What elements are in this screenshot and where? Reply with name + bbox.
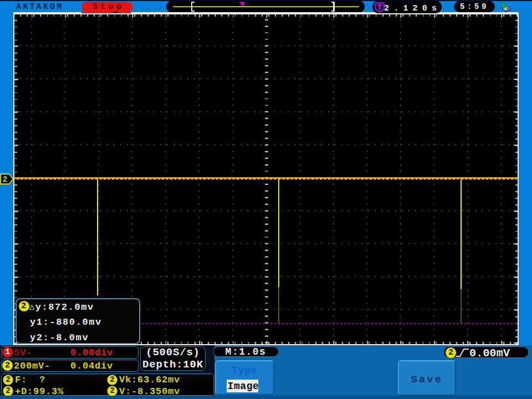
svg-text:2: 2 [3, 175, 7, 184]
